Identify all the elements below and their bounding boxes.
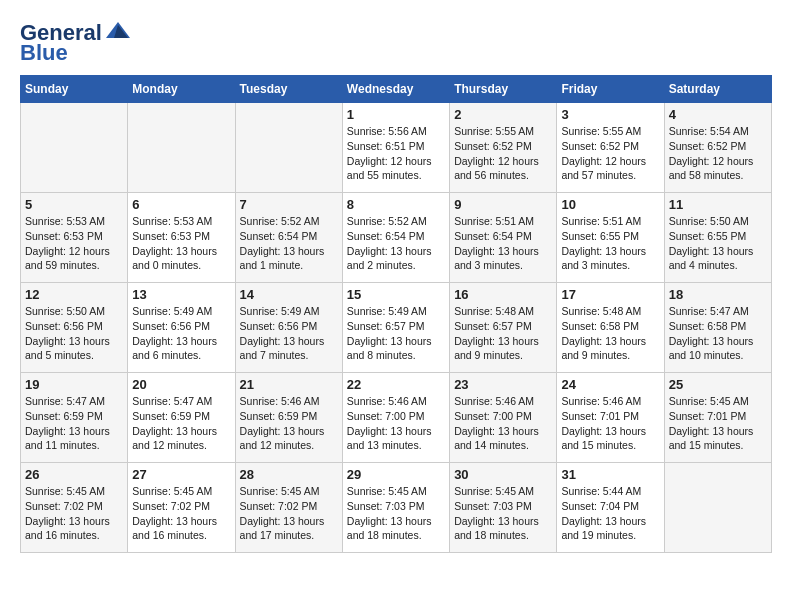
day-number: 11: [669, 197, 767, 212]
calendar-day-3: 3Sunrise: 5:55 AM Sunset: 6:52 PM Daylig…: [557, 103, 664, 193]
day-number: 29: [347, 467, 445, 482]
day-number: 25: [669, 377, 767, 392]
day-info: Sunrise: 5:51 AM Sunset: 6:54 PM Dayligh…: [454, 214, 552, 273]
calendar-day-11: 11Sunrise: 5:50 AM Sunset: 6:55 PM Dayli…: [664, 193, 771, 283]
calendar-day-15: 15Sunrise: 5:49 AM Sunset: 6:57 PM Dayli…: [342, 283, 449, 373]
page-header: General Blue: [20, 20, 772, 65]
calendar-day-28: 28Sunrise: 5:45 AM Sunset: 7:02 PM Dayli…: [235, 463, 342, 553]
day-number: 14: [240, 287, 338, 302]
calendar-empty-cell: [235, 103, 342, 193]
calendar-table: SundayMondayTuesdayWednesdayThursdayFrid…: [20, 75, 772, 553]
day-number: 24: [561, 377, 659, 392]
day-info: Sunrise: 5:46 AM Sunset: 7:00 PM Dayligh…: [454, 394, 552, 453]
calendar-day-16: 16Sunrise: 5:48 AM Sunset: 6:57 PM Dayli…: [450, 283, 557, 373]
day-info: Sunrise: 5:52 AM Sunset: 6:54 PM Dayligh…: [347, 214, 445, 273]
calendar-header-row: SundayMondayTuesdayWednesdayThursdayFrid…: [21, 76, 772, 103]
day-number: 3: [561, 107, 659, 122]
day-number: 28: [240, 467, 338, 482]
day-info: Sunrise: 5:53 AM Sunset: 6:53 PM Dayligh…: [132, 214, 230, 273]
day-info: Sunrise: 5:47 AM Sunset: 6:59 PM Dayligh…: [25, 394, 123, 453]
calendar-empty-cell: [664, 463, 771, 553]
weekday-header-monday: Monday: [128, 76, 235, 103]
day-info: Sunrise: 5:45 AM Sunset: 7:03 PM Dayligh…: [454, 484, 552, 543]
day-number: 13: [132, 287, 230, 302]
calendar-day-4: 4Sunrise: 5:54 AM Sunset: 6:52 PM Daylig…: [664, 103, 771, 193]
day-number: 7: [240, 197, 338, 212]
weekday-header-sunday: Sunday: [21, 76, 128, 103]
day-info: Sunrise: 5:47 AM Sunset: 6:59 PM Dayligh…: [132, 394, 230, 453]
day-info: Sunrise: 5:45 AM Sunset: 7:02 PM Dayligh…: [240, 484, 338, 543]
day-number: 6: [132, 197, 230, 212]
calendar-day-14: 14Sunrise: 5:49 AM Sunset: 6:56 PM Dayli…: [235, 283, 342, 373]
calendar-day-9: 9Sunrise: 5:51 AM Sunset: 6:54 PM Daylig…: [450, 193, 557, 283]
day-number: 17: [561, 287, 659, 302]
calendar-day-25: 25Sunrise: 5:45 AM Sunset: 7:01 PM Dayli…: [664, 373, 771, 463]
day-info: Sunrise: 5:55 AM Sunset: 6:52 PM Dayligh…: [454, 124, 552, 183]
day-info: Sunrise: 5:48 AM Sunset: 6:58 PM Dayligh…: [561, 304, 659, 363]
day-number: 1: [347, 107, 445, 122]
day-number: 10: [561, 197, 659, 212]
day-number: 31: [561, 467, 659, 482]
calendar-day-19: 19Sunrise: 5:47 AM Sunset: 6:59 PM Dayli…: [21, 373, 128, 463]
day-info: Sunrise: 5:53 AM Sunset: 6:53 PM Dayligh…: [25, 214, 123, 273]
calendar-day-6: 6Sunrise: 5:53 AM Sunset: 6:53 PM Daylig…: [128, 193, 235, 283]
calendar-day-8: 8Sunrise: 5:52 AM Sunset: 6:54 PM Daylig…: [342, 193, 449, 283]
calendar-day-2: 2Sunrise: 5:55 AM Sunset: 6:52 PM Daylig…: [450, 103, 557, 193]
day-number: 18: [669, 287, 767, 302]
day-info: Sunrise: 5:49 AM Sunset: 6:57 PM Dayligh…: [347, 304, 445, 363]
calendar-day-10: 10Sunrise: 5:51 AM Sunset: 6:55 PM Dayli…: [557, 193, 664, 283]
day-number: 26: [25, 467, 123, 482]
day-info: Sunrise: 5:48 AM Sunset: 6:57 PM Dayligh…: [454, 304, 552, 363]
calendar-day-27: 27Sunrise: 5:45 AM Sunset: 7:02 PM Dayli…: [128, 463, 235, 553]
day-info: Sunrise: 5:51 AM Sunset: 6:55 PM Dayligh…: [561, 214, 659, 273]
day-number: 20: [132, 377, 230, 392]
calendar-day-30: 30Sunrise: 5:45 AM Sunset: 7:03 PM Dayli…: [450, 463, 557, 553]
calendar-day-24: 24Sunrise: 5:46 AM Sunset: 7:01 PM Dayli…: [557, 373, 664, 463]
calendar-day-26: 26Sunrise: 5:45 AM Sunset: 7:02 PM Dayli…: [21, 463, 128, 553]
day-number: 22: [347, 377, 445, 392]
calendar-day-13: 13Sunrise: 5:49 AM Sunset: 6:56 PM Dayli…: [128, 283, 235, 373]
weekday-header-saturday: Saturday: [664, 76, 771, 103]
calendar-day-23: 23Sunrise: 5:46 AM Sunset: 7:00 PM Dayli…: [450, 373, 557, 463]
weekday-header-wednesday: Wednesday: [342, 76, 449, 103]
calendar-day-1: 1Sunrise: 5:56 AM Sunset: 6:51 PM Daylig…: [342, 103, 449, 193]
logo-text: General Blue: [20, 20, 132, 65]
day-info: Sunrise: 5:46 AM Sunset: 6:59 PM Dayligh…: [240, 394, 338, 453]
calendar-day-22: 22Sunrise: 5:46 AM Sunset: 7:00 PM Dayli…: [342, 373, 449, 463]
day-number: 16: [454, 287, 552, 302]
day-number: 19: [25, 377, 123, 392]
day-info: Sunrise: 5:50 AM Sunset: 6:56 PM Dayligh…: [25, 304, 123, 363]
weekday-header-friday: Friday: [557, 76, 664, 103]
calendar-day-21: 21Sunrise: 5:46 AM Sunset: 6:59 PM Dayli…: [235, 373, 342, 463]
calendar-day-20: 20Sunrise: 5:47 AM Sunset: 6:59 PM Dayli…: [128, 373, 235, 463]
day-info: Sunrise: 5:55 AM Sunset: 6:52 PM Dayligh…: [561, 124, 659, 183]
day-info: Sunrise: 5:47 AM Sunset: 6:58 PM Dayligh…: [669, 304, 767, 363]
day-info: Sunrise: 5:44 AM Sunset: 7:04 PM Dayligh…: [561, 484, 659, 543]
day-info: Sunrise: 5:56 AM Sunset: 6:51 PM Dayligh…: [347, 124, 445, 183]
day-info: Sunrise: 5:49 AM Sunset: 6:56 PM Dayligh…: [240, 304, 338, 363]
calendar-empty-cell: [21, 103, 128, 193]
day-number: 5: [25, 197, 123, 212]
day-info: Sunrise: 5:45 AM Sunset: 7:03 PM Dayligh…: [347, 484, 445, 543]
day-info: Sunrise: 5:45 AM Sunset: 7:01 PM Dayligh…: [669, 394, 767, 453]
calendar-week-row: 26Sunrise: 5:45 AM Sunset: 7:02 PM Dayli…: [21, 463, 772, 553]
weekday-header-thursday: Thursday: [450, 76, 557, 103]
calendar-week-row: 1Sunrise: 5:56 AM Sunset: 6:51 PM Daylig…: [21, 103, 772, 193]
calendar-day-29: 29Sunrise: 5:45 AM Sunset: 7:03 PM Dayli…: [342, 463, 449, 553]
day-info: Sunrise: 5:50 AM Sunset: 6:55 PM Dayligh…: [669, 214, 767, 273]
calendar-week-row: 12Sunrise: 5:50 AM Sunset: 6:56 PM Dayli…: [21, 283, 772, 373]
day-number: 12: [25, 287, 123, 302]
day-number: 8: [347, 197, 445, 212]
calendar-week-row: 19Sunrise: 5:47 AM Sunset: 6:59 PM Dayli…: [21, 373, 772, 463]
day-info: Sunrise: 5:46 AM Sunset: 7:01 PM Dayligh…: [561, 394, 659, 453]
day-info: Sunrise: 5:49 AM Sunset: 6:56 PM Dayligh…: [132, 304, 230, 363]
day-number: 21: [240, 377, 338, 392]
day-info: Sunrise: 5:52 AM Sunset: 6:54 PM Dayligh…: [240, 214, 338, 273]
calendar-day-5: 5Sunrise: 5:53 AM Sunset: 6:53 PM Daylig…: [21, 193, 128, 283]
calendar-week-row: 5Sunrise: 5:53 AM Sunset: 6:53 PM Daylig…: [21, 193, 772, 283]
logo-icon: [104, 20, 132, 40]
day-number: 4: [669, 107, 767, 122]
day-number: 2: [454, 107, 552, 122]
logo: General Blue: [20, 20, 132, 65]
day-number: 23: [454, 377, 552, 392]
